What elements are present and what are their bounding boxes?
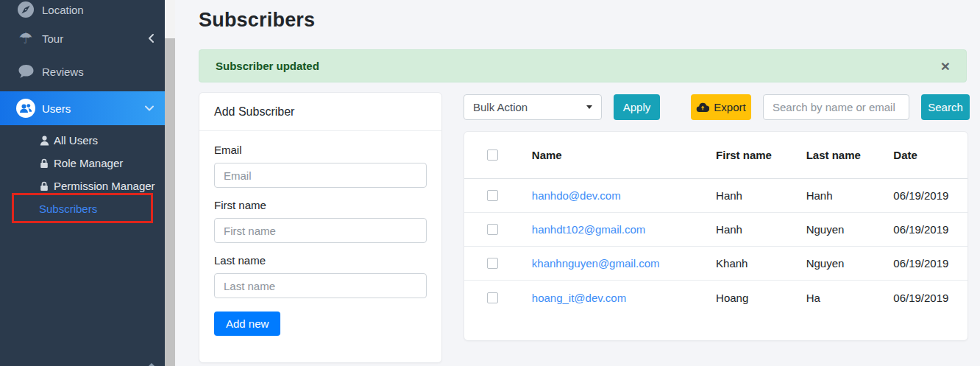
select-all-checkbox[interactable] <box>487 149 498 161</box>
table-row: khanhnguyen@gmail.com Khanh Nguyen 06/19… <box>464 247 967 281</box>
cell-first-name: Khanh <box>716 257 806 270</box>
sidebar-item-all-users[interactable]: All Users <box>0 129 165 152</box>
last-name-field[interactable] <box>214 273 427 298</box>
umbrella-icon: ☂ <box>16 29 35 48</box>
sidebar-item-permission-manager[interactable]: Permission Manager <box>0 175 165 197</box>
vertical-scrollbar-track[interactable] <box>165 0 175 366</box>
app-root: Location ☂ Tour Reviews <box>0 0 980 366</box>
sidebar-item-label: Location <box>42 4 155 16</box>
subscriber-email-link[interactable]: hanhdo@dev.com <box>532 189 621 202</box>
sidebar-item-users[interactable]: Users <box>0 91 165 125</box>
sidebar: Location ☂ Tour Reviews <box>0 0 165 366</box>
alert-message: Subscriber updated <box>216 60 319 72</box>
person-icon <box>39 136 49 146</box>
table-row: hanhdt102@gmail.com Hanh Nguyen 06/19/20… <box>464 213 967 247</box>
column-header-date: Date <box>893 149 967 161</box>
subscribers-table: Name First name Last name Date hanhdo@de… <box>464 131 968 341</box>
cell-last-name: Nguyen <box>806 223 894 236</box>
add-subscriber-title: Add Subscriber <box>199 93 441 131</box>
cell-last-name: Nguyen <box>806 257 894 270</box>
success-alert: Subscriber updated × <box>199 49 967 82</box>
column-header-last-name: Last name <box>806 149 894 161</box>
lock-icon <box>39 158 49 169</box>
search-button[interactable]: Search <box>921 94 970 120</box>
cell-first-name: Hanh <box>716 189 806 202</box>
subscriber-email-link[interactable]: hanhdt102@gmail.com <box>532 223 645 236</box>
row-checkbox[interactable] <box>487 292 498 303</box>
sidebar-subitem-label: Role Manager <box>54 157 123 169</box>
cell-date: 06/19/2019 <box>893 189 967 202</box>
cell-first-name: Hoang <box>716 292 806 304</box>
chevron-left-icon <box>147 33 155 43</box>
chat-bubble-icon <box>16 62 35 81</box>
sidebar-item-label: Tour <box>42 32 147 45</box>
table-row: hanhdo@dev.com Hanh Hanh 06/19/2019 <box>464 179 967 213</box>
column-header-first-name: First name <box>716 149 806 161</box>
chevron-down-icon <box>144 105 155 112</box>
export-label: Export <box>714 101 745 113</box>
sidebar-item-reviews[interactable]: Reviews <box>0 55 165 88</box>
sidebar-item-role-manager[interactable]: Role Manager <box>0 152 165 175</box>
sidebar-subitem-label: Subscribers <box>39 203 97 215</box>
row-checkbox[interactable] <box>487 258 498 269</box>
sidebar-subitem-label: All Users <box>54 134 98 147</box>
cell-last-name: Ha <box>806 292 894 304</box>
add-subscriber-card: Add Subscriber Email First name Last nam… <box>199 92 442 363</box>
sidebar-item-subscribers[interactable]: Subscribers <box>0 197 165 220</box>
table-row: hoang_it@dev.com Hoang Ha 06/19/2019 <box>464 281 967 314</box>
export-button[interactable]: Export <box>691 94 751 120</box>
search-input[interactable] <box>763 94 909 120</box>
bulk-action-selected-value: Bulk Action <box>473 101 528 113</box>
cell-date: 06/19/2019 <box>893 223 967 236</box>
add-new-button[interactable]: Add new <box>214 312 280 336</box>
users-icon <box>16 99 35 118</box>
cell-last-name: Hanh <box>806 189 894 202</box>
sidebar-subitem-label: Permission Manager <box>54 180 155 192</box>
email-field[interactable] <box>214 163 427 188</box>
lock-icon <box>39 181 49 191</box>
last-name-label: Last name <box>214 254 427 267</box>
subscriber-email-link[interactable]: khanhnguyen@gmail.com <box>532 257 660 270</box>
cell-first-name: Hanh <box>716 223 806 236</box>
table-header-row: Name First name Last name Date <box>464 132 967 179</box>
cell-date: 06/19/2019 <box>893 292 967 304</box>
collapse-chevron-icon[interactable] <box>149 363 155 366</box>
vertical-scrollbar-thumb[interactable] <box>165 38 175 366</box>
subscriber-email-link[interactable]: hoang_it@dev.com <box>532 292 626 304</box>
first-name-field[interactable] <box>214 218 427 243</box>
sidebar-item-label: Reviews <box>42 66 155 78</box>
first-name-label: First name <box>214 199 427 211</box>
email-label: Email <box>214 144 427 156</box>
bulk-action-select[interactable]: Bulk Action <box>464 94 602 120</box>
column-header-name: Name <box>532 149 716 161</box>
cell-date: 06/19/2019 <box>893 257 967 270</box>
apply-button[interactable]: Apply <box>614 94 660 120</box>
row-checkbox[interactable] <box>487 190 498 201</box>
page-title: Subscribers <box>199 9 315 32</box>
sidebar-item-tour[interactable]: ☂ Tour <box>0 22 165 54</box>
sidebar-item-label: Users <box>42 102 144 115</box>
compass-icon <box>16 0 35 19</box>
row-checkbox[interactable] <box>487 224 498 235</box>
caret-down-icon <box>586 105 592 109</box>
close-icon[interactable]: × <box>941 58 950 74</box>
cloud-upload-icon <box>696 102 709 113</box>
